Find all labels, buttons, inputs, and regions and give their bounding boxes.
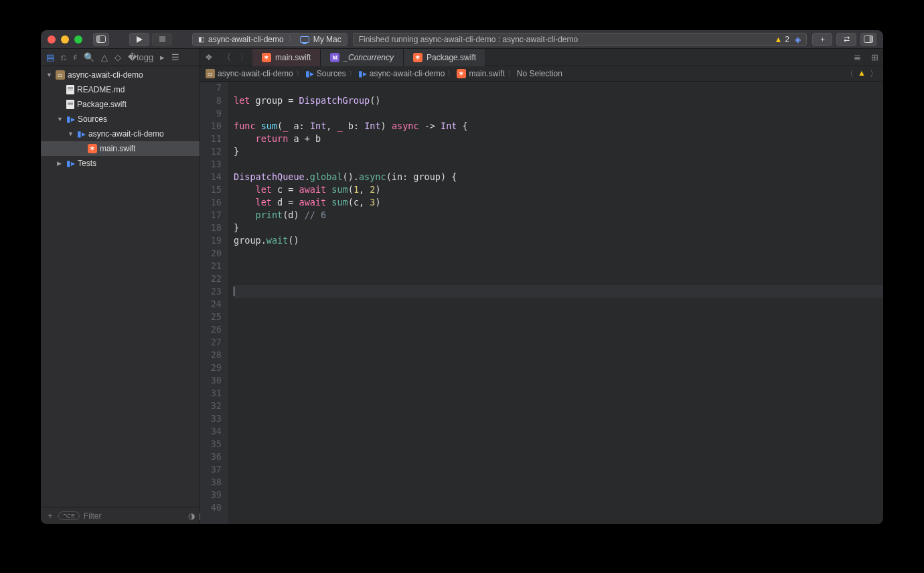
code-line[interactable]: [234, 336, 883, 349]
line-number[interactable]: 30: [210, 374, 222, 387]
code-line[interactable]: [234, 82, 883, 94]
line-number[interactable]: 29: [210, 361, 222, 374]
editor-tab[interactable]: ✶Package.swift: [404, 49, 486, 66]
line-number[interactable]: 25: [210, 311, 222, 323]
code-line[interactable]: let c = await sum(1, 2): [234, 183, 883, 196]
tree-node[interactable]: ▶▮▸Tests: [41, 156, 200, 171]
line-number[interactable]: 10: [210, 120, 222, 133]
line-number[interactable]: 14: [210, 171, 222, 183]
go-forward-button[interactable]: 〉: [235, 52, 252, 64]
activity-status[interactable]: Finished running async-await-cli-demo : …: [353, 33, 807, 46]
line-number[interactable]: 39: [210, 489, 222, 501]
code-review-button[interactable]: ⇄: [836, 33, 856, 46]
disclosure-triangle-icon[interactable]: ▼: [68, 131, 74, 137]
zoom-window-button[interactable]: [74, 35, 82, 44]
line-number[interactable]: 32: [210, 400, 222, 412]
breakpoint-navigator-icon[interactable]: ▸: [160, 52, 165, 62]
line-number[interactable]: 13: [210, 158, 222, 171]
code-line[interactable]: [234, 298, 883, 311]
disclosure-triangle-icon[interactable]: ▼: [57, 116, 64, 122]
minimize-window-button[interactable]: [61, 35, 69, 44]
code-line[interactable]: return a + b: [234, 133, 883, 145]
code-editor[interactable]: 7891011121314151617181920212223242526272…: [200, 82, 883, 524]
project-navigator-icon[interactable]: ▤: [46, 52, 54, 62]
filter-scope-button[interactable]: ⌥≡: [58, 511, 80, 520]
line-number[interactable]: 20: [210, 247, 222, 260]
symbol-navigator-icon[interactable]: ♯: [73, 52, 77, 62]
code-body[interactable]: let group = DispatchGroup()func sum(_ a:…: [228, 82, 883, 524]
line-number[interactable]: 12: [210, 145, 222, 158]
code-line[interactable]: [234, 285, 883, 298]
line-number[interactable]: 37: [210, 463, 222, 476]
close-window-button[interactable]: [48, 35, 56, 44]
code-line[interactable]: }: [234, 145, 883, 158]
code-line[interactable]: group.wait(): [234, 234, 883, 247]
code-line[interactable]: [234, 438, 883, 451]
recent-files-button[interactable]: ◑: [188, 511, 195, 521]
line-number[interactable]: 9: [210, 107, 222, 120]
scheme-selector[interactable]: ◧ async-await-cli-demo 〉 My Mac: [192, 33, 348, 46]
debug-navigator-icon[interactable]: �togg: [128, 52, 153, 62]
jump-prev-button[interactable]: 〈: [846, 68, 854, 80]
issue-navigator-icon[interactable]: △: [101, 52, 108, 62]
issues-indicator[interactable]: ▲ 2 ◈: [774, 35, 801, 44]
code-line[interactable]: [234, 247, 883, 260]
code-line[interactable]: [234, 425, 883, 438]
code-line[interactable]: [234, 311, 883, 323]
line-number[interactable]: 15: [210, 183, 222, 196]
test-navigator-icon[interactable]: ◇: [114, 52, 121, 62]
breadcrumb-item[interactable]: ▮▸async-await-cli-demo: [358, 69, 445, 78]
code-line[interactable]: }: [234, 222, 883, 234]
breadcrumb-item[interactable]: ▮▸Sources: [305, 69, 346, 78]
tree-node[interactable]: ▼▭async-await-cli-demo: [41, 68, 200, 82]
line-number[interactable]: 19: [210, 234, 222, 247]
code-line[interactable]: [234, 260, 883, 272]
toggle-right-panel-button[interactable]: [860, 33, 876, 46]
line-number[interactable]: 26: [210, 323, 222, 336]
code-line[interactable]: [234, 412, 883, 425]
line-number[interactable]: 8: [210, 94, 222, 107]
tree-node[interactable]: ✶main.swift: [41, 141, 200, 156]
line-number[interactable]: 40: [210, 501, 222, 514]
line-number[interactable]: 38: [210, 476, 222, 489]
source-control-navigator-icon[interactable]: ⎌: [61, 52, 66, 62]
disclosure-triangle-icon[interactable]: ▶: [57, 160, 64, 167]
tree-node[interactable]: Package.swift: [41, 97, 200, 112]
code-line[interactable]: DispatchQueue.global().async(in: group) …: [234, 171, 883, 183]
code-line[interactable]: [234, 476, 883, 489]
line-number[interactable]: 28: [210, 349, 222, 361]
line-number[interactable]: 16: [210, 196, 222, 209]
adjust-editor-button[interactable]: ⊞: [866, 52, 883, 62]
line-number[interactable]: 23: [210, 285, 222, 298]
code-line[interactable]: [234, 374, 883, 387]
run-button[interactable]: [129, 33, 149, 46]
line-number[interactable]: 33: [210, 412, 222, 425]
code-line[interactable]: [234, 349, 883, 361]
report-navigator-icon[interactable]: ☰: [171, 52, 179, 62]
tree-node[interactable]: README.md: [41, 82, 200, 97]
line-number[interactable]: 35: [210, 438, 222, 451]
related-items-button[interactable]: ❖: [200, 52, 218, 62]
editor-tab[interactable]: ✶main.swift: [252, 49, 321, 66]
code-line[interactable]: print(d) // 6: [234, 209, 883, 222]
line-number[interactable]: 24: [210, 298, 222, 311]
code-line[interactable]: [234, 107, 883, 120]
line-number[interactable]: 11: [210, 133, 222, 145]
editor-options-button[interactable]: ≣: [848, 52, 866, 62]
code-line[interactable]: [234, 400, 883, 412]
code-line[interactable]: let d = await sum(c, 3): [234, 196, 883, 209]
find-navigator-icon[interactable]: 🔍: [84, 52, 94, 62]
add-file-button[interactable]: ＋: [46, 510, 54, 521]
toggle-left-panel-button[interactable]: [93, 33, 109, 46]
code-line[interactable]: [234, 489, 883, 501]
line-number[interactable]: 22: [210, 272, 222, 285]
line-number[interactable]: 17: [210, 209, 222, 222]
breadcrumb-item[interactable]: No Selection: [517, 69, 562, 78]
add-button[interactable]: ＋: [812, 33, 832, 46]
code-line[interactable]: let group = DispatchGroup(): [234, 94, 883, 107]
tree-node[interactable]: ▼▮▸async-await-cli-demo: [41, 127, 200, 141]
line-number[interactable]: 21: [210, 260, 222, 272]
breadcrumb-item[interactable]: ▭async-await-cli-demo: [206, 69, 293, 78]
line-number[interactable]: 7: [210, 82, 222, 94]
line-number[interactable]: 34: [210, 425, 222, 438]
